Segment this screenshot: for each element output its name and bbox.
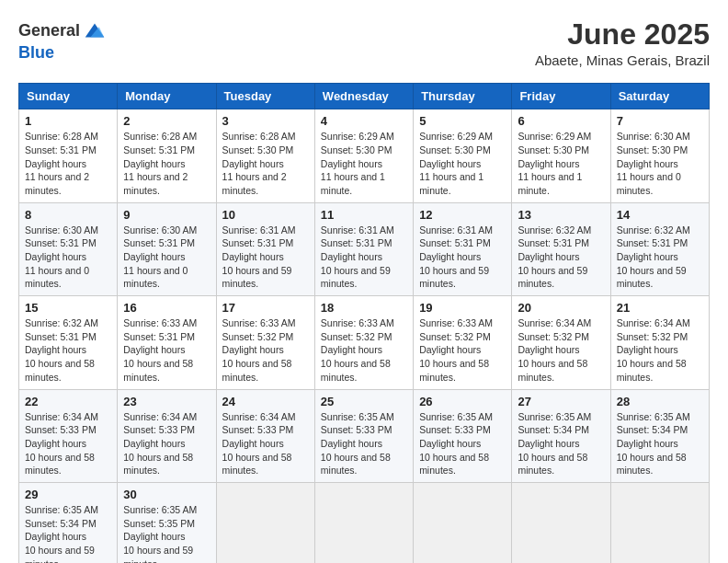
day-number: 10 xyxy=(222,208,309,222)
calendar-cell: 18 Sunrise: 6:33 AM Sunset: 5:32 PM Dayl… xyxy=(314,296,413,389)
daylight-value: 10 hours and 58 minutes. xyxy=(123,358,193,383)
logo: General Blue xyxy=(18,18,108,63)
sunset-label: Sunset: 5:31 PM xyxy=(222,237,294,248)
daylight-value: 10 hours and 59 minutes. xyxy=(518,265,587,290)
calendar-cell xyxy=(610,482,709,563)
sunrise-label: Sunrise: 6:33 AM xyxy=(321,317,394,328)
sunset-label: Sunset: 5:31 PM xyxy=(123,237,195,248)
sunrise-label: Sunrise: 6:29 AM xyxy=(518,131,591,142)
daylight-label: Daylight hours xyxy=(25,251,86,262)
day-info: Sunrise: 6:31 AM Sunset: 5:31 PM Dayligh… xyxy=(321,224,407,291)
sunrise-label: Sunrise: 6:35 AM xyxy=(25,504,98,515)
calendar-cell: 25 Sunrise: 6:35 AM Sunset: 5:33 PM Dayl… xyxy=(314,389,413,482)
sunrise-label: Sunrise: 6:28 AM xyxy=(123,131,197,142)
day-info: Sunrise: 6:35 AM Sunset: 5:34 PM Dayligh… xyxy=(25,503,111,563)
daylight-value: 10 hours and 58 minutes. xyxy=(419,452,489,477)
calendar-cell: 27 Sunrise: 6:35 AM Sunset: 5:34 PM Dayl… xyxy=(512,389,610,482)
day-number: 26 xyxy=(419,395,506,408)
day-info: Sunrise: 6:30 AM Sunset: 5:31 PM Dayligh… xyxy=(25,224,111,291)
day-info: Sunrise: 6:33 AM Sunset: 5:31 PM Dayligh… xyxy=(123,316,210,384)
daylight-value: 11 hours and 1 minute. xyxy=(518,171,582,196)
sunset-label: Sunset: 5:33 PM xyxy=(123,424,195,435)
sunset-label: Sunset: 5:30 PM xyxy=(321,144,392,155)
calendar-cell xyxy=(216,482,314,563)
sunrise-label: Sunrise: 6:35 AM xyxy=(123,504,197,515)
daylight-value: 10 hours and 58 minutes. xyxy=(419,358,489,383)
calendar-cell: 9 Sunrise: 6:30 AM Sunset: 5:31 PM Dayli… xyxy=(118,202,216,295)
day-info: Sunrise: 6:35 AM Sunset: 5:34 PM Dayligh… xyxy=(518,410,604,477)
calendar-cell: 11 Sunrise: 6:31 AM Sunset: 5:31 PM Dayl… xyxy=(314,202,413,295)
daylight-label: Daylight hours xyxy=(123,531,185,542)
daylight-label: Daylight hours xyxy=(419,438,481,449)
sunset-label: Sunset: 5:30 PM xyxy=(222,144,294,155)
calendar-cell xyxy=(314,482,413,563)
day-number: 25 xyxy=(321,395,407,408)
daylight-value: 10 hours and 59 minutes. xyxy=(321,265,391,290)
sunrise-label: Sunrise: 6:31 AM xyxy=(419,224,493,236)
day-number: 16 xyxy=(123,301,210,315)
day-number: 28 xyxy=(617,395,703,408)
daylight-value: 10 hours and 58 minutes. xyxy=(321,358,391,383)
day-info: Sunrise: 6:35 AM Sunset: 5:33 PM Dayligh… xyxy=(321,410,407,477)
calendar-cell: 16 Sunrise: 6:33 AM Sunset: 5:31 PM Dayl… xyxy=(118,296,216,389)
sunset-label: Sunset: 5:35 PM xyxy=(123,518,195,529)
daylight-value: 10 hours and 59 minutes. xyxy=(25,545,95,563)
day-info: Sunrise: 6:35 AM Sunset: 5:33 PM Dayligh… xyxy=(419,410,506,477)
day-info: Sunrise: 6:35 AM Sunset: 5:34 PM Dayligh… xyxy=(617,410,703,477)
sunset-label: Sunset: 5:32 PM xyxy=(617,331,688,342)
day-info: Sunrise: 6:29 AM Sunset: 5:30 PM Dayligh… xyxy=(321,130,407,197)
sunrise-label: Sunrise: 6:34 AM xyxy=(518,317,591,328)
calendar-cell: 5 Sunrise: 6:29 AM Sunset: 5:30 PM Dayli… xyxy=(414,109,512,202)
day-info: Sunrise: 6:30 AM Sunset: 5:31 PM Dayligh… xyxy=(123,224,210,291)
daylight-label: Daylight hours xyxy=(518,251,579,262)
day-info: Sunrise: 6:34 AM Sunset: 5:33 PM Dayligh… xyxy=(222,410,309,477)
daylight-label: Daylight hours xyxy=(123,251,185,262)
daylight-value: 10 hours and 58 minutes. xyxy=(25,452,95,477)
sunset-label: Sunset: 5:33 PM xyxy=(222,424,294,435)
sunrise-label: Sunrise: 6:33 AM xyxy=(222,317,296,328)
sunset-label: Sunset: 5:34 PM xyxy=(518,424,589,435)
daylight-label: Daylight hours xyxy=(617,344,678,355)
daylight-label: Daylight hours xyxy=(617,158,678,169)
sunrise-label: Sunrise: 6:32 AM xyxy=(518,224,591,236)
sunset-label: Sunset: 5:31 PM xyxy=(617,237,688,248)
day-number: 18 xyxy=(321,301,407,315)
daylight-label: Daylight hours xyxy=(518,158,579,169)
sunset-label: Sunset: 5:31 PM xyxy=(123,331,195,342)
calendar-cell: 7 Sunrise: 6:30 AM Sunset: 5:30 PM Dayli… xyxy=(610,109,709,202)
calendar-cell: 22 Sunrise: 6:34 AM Sunset: 5:33 PM Dayl… xyxy=(19,389,118,482)
calendar-cell xyxy=(414,482,512,563)
daylight-value: 10 hours and 58 minutes. xyxy=(222,358,292,383)
daylight-value: 10 hours and 58 minutes. xyxy=(518,452,587,477)
day-number: 23 xyxy=(123,395,210,408)
day-number: 13 xyxy=(518,208,604,222)
day-number: 17 xyxy=(222,301,309,315)
day-info: Sunrise: 6:34 AM Sunset: 5:32 PM Dayligh… xyxy=(518,316,604,384)
logo-icon xyxy=(82,18,108,44)
day-number: 15 xyxy=(25,301,111,315)
daylight-label: Daylight hours xyxy=(222,158,284,169)
calendar-table: SundayMondayTuesdayWednesdayThursdayFrid… xyxy=(18,83,710,563)
calendar-cell: 4 Sunrise: 6:29 AM Sunset: 5:30 PM Dayli… xyxy=(314,109,413,202)
daylight-label: Daylight hours xyxy=(222,251,284,262)
day-info: Sunrise: 6:32 AM Sunset: 5:31 PM Dayligh… xyxy=(518,224,604,291)
daylight-value: 10 hours and 59 minutes. xyxy=(123,545,193,563)
sunrise-label: Sunrise: 6:34 AM xyxy=(617,317,690,328)
day-header-tuesday: Tuesday xyxy=(216,84,314,109)
day-info: Sunrise: 6:33 AM Sunset: 5:32 PM Dayligh… xyxy=(321,316,407,384)
daylight-value: 10 hours and 58 minutes. xyxy=(222,452,292,477)
calendar-cell: 26 Sunrise: 6:35 AM Sunset: 5:33 PM Dayl… xyxy=(414,389,512,482)
calendar-cell: 28 Sunrise: 6:35 AM Sunset: 5:34 PM Dayl… xyxy=(610,389,709,482)
calendar-cell: 12 Sunrise: 6:31 AM Sunset: 5:31 PM Dayl… xyxy=(414,202,512,295)
calendar-cell: 21 Sunrise: 6:34 AM Sunset: 5:32 PM Dayl… xyxy=(610,296,709,389)
sunrise-label: Sunrise: 6:32 AM xyxy=(25,317,98,328)
calendar-cell: 17 Sunrise: 6:33 AM Sunset: 5:32 PM Dayl… xyxy=(216,296,314,389)
day-number: 14 xyxy=(617,208,703,222)
daylight-value: 10 hours and 59 minutes. xyxy=(419,265,489,290)
sunset-label: Sunset: 5:34 PM xyxy=(617,424,688,435)
calendar-week-row: 15 Sunrise: 6:32 AM Sunset: 5:31 PM Dayl… xyxy=(19,296,710,389)
daylight-value: 11 hours and 0 minutes. xyxy=(123,265,188,290)
daylight-label: Daylight hours xyxy=(419,344,481,355)
calendar-cell: 6 Sunrise: 6:29 AM Sunset: 5:30 PM Dayli… xyxy=(512,109,610,202)
sunrise-label: Sunrise: 6:35 AM xyxy=(617,411,690,422)
